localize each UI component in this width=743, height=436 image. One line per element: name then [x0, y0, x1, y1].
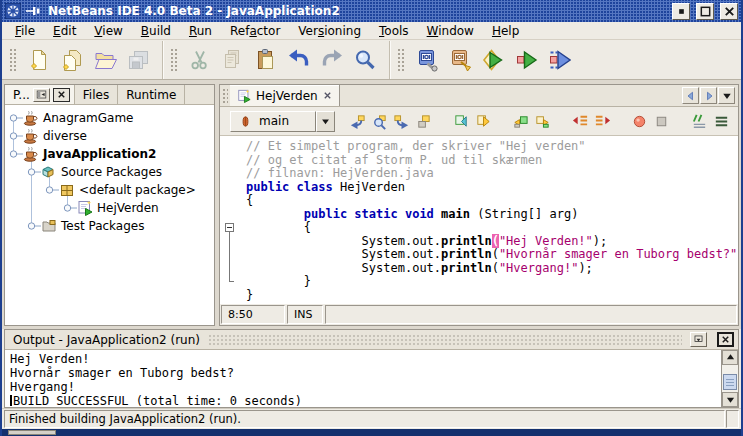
menu-build[interactable]: Build: [132, 23, 180, 39]
uncomment-button[interactable]: [711, 110, 732, 132]
output-close-button[interactable]: [717, 332, 734, 347]
start-macro-recording-button[interactable]: [629, 110, 650, 132]
tree-expand-handle[interactable]: [63, 202, 77, 214]
tree-node-test-packages[interactable]: Test Packages: [5, 217, 214, 235]
tab-list-button[interactable]: [718, 87, 735, 104]
tab-bar-grip[interactable]: [222, 88, 228, 103]
tab-hejverden[interactable]: HejVerden: [230, 85, 340, 106]
tab-projects[interactable]: P...: [5, 85, 75, 104]
clean-and-build-button[interactable]: [444, 44, 475, 75]
tree-expand-handle[interactable]: [27, 166, 41, 178]
scroll-tabs-left-button[interactable]: [682, 87, 699, 104]
open-project-button[interactable]: [89, 44, 120, 75]
code-line-4[interactable]: public class HejVerden: [246, 181, 738, 195]
fold-gutter[interactable]: [220, 136, 244, 304]
titlebar[interactable]: NetBeans IDE 4.0 Beta 2 - JavaApplicatio…: [2, 0, 741, 22]
tree-node-source-packages[interactable]: Source Packages: [5, 163, 214, 181]
stop-macro-recording-button[interactable]: [651, 110, 672, 132]
tree-expand-handle[interactable]: [9, 112, 23, 124]
redo-button[interactable]: [316, 44, 347, 75]
scroll-up-button[interactable]: [722, 350, 738, 365]
menu-help[interactable]: Help: [483, 23, 528, 39]
output-header-grip[interactable]: [208, 334, 682, 346]
maximize-button[interactable]: [696, 3, 714, 20]
tree-node-diverse[interactable]: diverse: [5, 127, 214, 145]
new-file-button[interactable]: [23, 44, 54, 75]
paste-button[interactable]: [250, 44, 281, 75]
output-body[interactable]: Hej Verden!Hvornår smager en Tuborg beds…: [5, 350, 738, 407]
close-button[interactable]: [720, 3, 738, 20]
tree-expand-handle[interactable]: [9, 130, 23, 142]
shift-line-left-button[interactable]: [570, 110, 591, 132]
find-next-button[interactable]: [473, 110, 494, 132]
scroll-down-button[interactable]: [722, 392, 738, 407]
code-line-11[interactable]: }: [246, 275, 738, 289]
tree-node-hejverden[interactable]: HejVerden: [5, 199, 214, 217]
run-file-button[interactable]: [510, 44, 541, 75]
configuration-combo-face[interactable]: main: [230, 111, 316, 132]
last-edit-location-button[interactable]: [413, 110, 434, 132]
tab-close-button[interactable]: [323, 91, 332, 100]
previous-bookmark-button[interactable]: [510, 110, 531, 132]
scroll-tabs-right-button[interactable]: [700, 87, 717, 104]
code-line-3[interactable]: // filnavn: HejVerden.java: [246, 167, 738, 181]
run-main-project-button[interactable]: [477, 44, 508, 75]
output-header[interactable]: Output - JavaApplication2 (run): [5, 330, 738, 350]
code-line-1[interactable]: // Et simpelt program, der skriver "Hej …: [246, 140, 738, 154]
undo-button[interactable]: [283, 44, 314, 75]
tree-node-javaapplication2[interactable]: JavaApplication2: [5, 145, 214, 163]
configuration-combo-arrow[interactable]: [316, 111, 335, 132]
code-line-2[interactable]: // og et citat af Storm P. ud til skærme…: [246, 154, 738, 168]
menu-file[interactable]: File: [6, 23, 44, 39]
save-all-button[interactable]: [122, 44, 153, 75]
scrollbar-thumb[interactable]: [723, 374, 737, 390]
pin-icon[interactable]: [25, 3, 41, 19]
toolbar-grip[interactable]: [8, 47, 16, 73]
debug-main-project-button[interactable]: [543, 44, 574, 75]
panel-close-button[interactable]: [53, 88, 70, 102]
menu-refactor[interactable]: Refactor: [221, 23, 289, 39]
panel-minimize-button[interactable]: [33, 88, 50, 102]
tree-node-default-package[interactable]: <default package>: [5, 181, 214, 199]
project-tree[interactable]: AnagramGamediverseJavaApplication2Source…: [5, 105, 214, 325]
output-minimize-button[interactable]: [690, 332, 707, 347]
cut-button[interactable]: [184, 44, 215, 75]
new-project-button[interactable]: [56, 44, 87, 75]
output-scrollbar[interactable]: [721, 350, 738, 407]
menu-versioning[interactable]: Versioning: [289, 23, 370, 39]
code-line-9[interactable]: System.out.println("Hvornår smager en Tu…: [246, 248, 738, 262]
toolbar-grip[interactable]: [396, 47, 404, 73]
menu-edit[interactable]: Edit: [44, 23, 85, 39]
tree-expand-handle[interactable]: [45, 184, 59, 196]
back-button[interactable]: [347, 110, 368, 132]
code-line-6[interactable]: public static void main (String[] arg): [246, 208, 738, 222]
code-line-10[interactable]: System.out.println("Hvergang!");: [246, 262, 738, 276]
tree-node-anagramgame[interactable]: AnagramGame: [5, 109, 214, 127]
code-line-12[interactable]: }: [246, 289, 738, 303]
minimize-button[interactable]: [672, 3, 690, 20]
tree-expand-handle[interactable]: [27, 220, 41, 232]
menu-view[interactable]: View: [85, 23, 131, 39]
menu-tools[interactable]: Tools: [370, 23, 418, 39]
next-bookmark-button[interactable]: [532, 110, 553, 132]
find-button[interactable]: [349, 44, 380, 75]
code-line-5[interactable]: {: [246, 194, 738, 208]
comment-button[interactable]: [689, 110, 710, 132]
find-previous-button[interactable]: [451, 110, 472, 132]
build-main-project-button[interactable]: [411, 44, 442, 75]
toolbar-grip[interactable]: [169, 47, 177, 73]
copy-button[interactable]: [217, 44, 248, 75]
code-content[interactable]: // Et simpelt program, der skriver "Hej …: [244, 136, 738, 304]
horizontal-scrollbar-stub[interactable]: [8, 430, 56, 435]
shift-line-right-button[interactable]: [592, 110, 613, 132]
code-editor[interactable]: // Et simpelt program, der skriver "Hej …: [220, 136, 738, 304]
tree-expand-handle[interactable]: [9, 148, 23, 160]
tab-files[interactable]: Files: [75, 85, 118, 104]
output-text[interactable]: Hej Verden!Hvornår smager en Tuborg beds…: [5, 350, 721, 407]
find-selection-button[interactable]: [369, 110, 390, 132]
scrollbar-track[interactable]: [722, 365, 738, 392]
tab-runtime[interactable]: Runtime: [118, 85, 185, 104]
menu-window[interactable]: Window: [418, 23, 483, 39]
code-line-7[interactable]: {: [246, 221, 738, 235]
fold-collapse-icon[interactable]: [225, 223, 234, 232]
